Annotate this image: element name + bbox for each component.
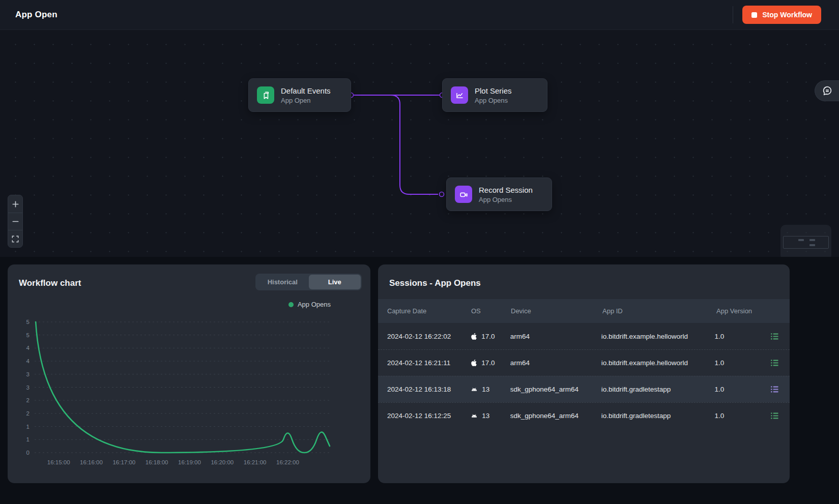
cell-os: 17.0 — [471, 333, 510, 340]
chart-title: Workflow chart — [19, 278, 81, 288]
node-subtitle: App Opens — [475, 97, 512, 104]
session-actions-button[interactable] — [769, 410, 780, 421]
stop-workflow-button[interactable]: Stop Workflow — [742, 6, 821, 24]
node-subtitle: App Opens — [479, 196, 533, 203]
column-header-capture-date: Capture Date — [387, 307, 471, 315]
node-text: Default Events App Open — [281, 86, 331, 104]
column-header-app-version: App Version — [716, 307, 771, 315]
line-chart: 5544332211016:15:0016:16:0016:17:0016:18… — [10, 315, 346, 478]
node-default-events[interactable]: Default Events App Open — [248, 78, 351, 112]
minimap-viewport — [783, 236, 829, 249]
app-root: App Open Stop Workflow De — [0, 0, 839, 504]
table-row[interactable]: 2024-02-12 16:12:2513sdk_gphone64_arm64i… — [378, 402, 790, 429]
zoom-in-button[interactable] — [8, 195, 22, 213]
column-header-device: Device — [511, 307, 602, 315]
svg-text:5: 5 — [26, 319, 30, 325]
svg-text:16:15:00: 16:15:00 — [47, 459, 70, 465]
tab-live[interactable]: Live — [309, 275, 361, 289]
canvas-controls — [8, 195, 23, 248]
apple-icon — [471, 360, 477, 366]
column-header-app-id: App ID — [602, 307, 716, 315]
apple-icon — [471, 333, 477, 340]
svg-text:1: 1 — [26, 436, 30, 442]
svg-text:2: 2 — [26, 397, 30, 403]
android-icon — [471, 412, 478, 420]
minimap[interactable] — [780, 225, 831, 260]
session-actions-button[interactable] — [769, 331, 780, 342]
table-row[interactable]: 2024-02-12 16:22:0217.0arm64io.bitdrift.… — [378, 323, 790, 349]
table-row[interactable]: 2024-02-12 16:13:1813sdk_gphone64_arm64i… — [378, 376, 790, 402]
svg-text:3: 3 — [26, 371, 30, 377]
svg-text:4: 4 — [26, 358, 30, 364]
node-plot-series[interactable]: Plot Series App Opens — [442, 78, 547, 112]
feedback-chat-button[interactable] — [815, 80, 839, 101]
svg-text:16:18:00: 16:18:00 — [146, 459, 168, 465]
cell-device: arm64 — [510, 333, 601, 340]
legend-dot — [288, 302, 294, 307]
session-list-icon — [770, 385, 779, 394]
node-subtitle: App Open — [281, 97, 331, 104]
session-list-icon — [770, 359, 779, 367]
workflow-edges — [0, 30, 839, 257]
fit-view-button[interactable] — [8, 230, 22, 247]
node-record-session[interactable]: Record Session App Opens — [446, 177, 552, 211]
cell-device: sdk_gphone64_arm64 — [510, 386, 601, 393]
chat-bubble-icon — [822, 85, 833, 97]
svg-text:5: 5 — [26, 332, 30, 338]
svg-text:16:19:00: 16:19:00 — [178, 459, 201, 465]
chart-line-icon — [451, 86, 468, 104]
cell-app-version: 1.0 — [715, 386, 769, 393]
minimap-node — [798, 239, 804, 241]
android-icon — [471, 386, 478, 393]
svg-text:16:17:00: 16:17:00 — [112, 459, 135, 465]
session-actions-button[interactable] — [769, 358, 780, 368]
cell-app-version: 1.0 — [715, 333, 769, 340]
cell-device: arm64 — [510, 359, 601, 367]
svg-text:1: 1 — [26, 424, 30, 430]
video-camera-icon — [455, 186, 472, 203]
table-row[interactable]: 2024-02-12 16:21:1117.0arm64io.bitdrift.… — [378, 349, 790, 376]
node-title: Record Session — [479, 186, 533, 194]
svg-text:16:21:00: 16:21:00 — [244, 459, 267, 465]
stop-workflow-label: Stop Workflow — [762, 11, 812, 19]
column-header-os: OS — [471, 307, 511, 315]
svg-text:4: 4 — [26, 345, 30, 351]
cell-capture-date: 2024-02-12 16:22:02 — [387, 333, 471, 340]
cell-os: 13 — [471, 386, 510, 393]
cell-capture-date: 2024-02-12 16:12:25 — [387, 412, 471, 420]
node-text: Record Session App Opens — [479, 186, 533, 203]
sessions-title: Sessions - App Opens — [389, 278, 481, 288]
cell-app-id: io.bitdrift.example.helloworld — [601, 359, 715, 367]
header: App Open Stop Workflow — [0, 0, 839, 30]
cell-device: sdk_gphone64_arm64 — [510, 412, 601, 420]
cell-app-version: 1.0 — [715, 412, 769, 420]
table-body: 2024-02-12 16:22:0217.0arm64io.bitdrift.… — [378, 323, 790, 483]
header-divider — [733, 6, 733, 23]
svg-text:16:22:00: 16:22:00 — [276, 459, 299, 465]
svg-text:0: 0 — [26, 450, 30, 456]
cell-app-id: io.bitdrift.example.helloworld — [601, 333, 715, 340]
cell-app-id: io.bitdrift.gradletestapp — [601, 386, 715, 393]
svg-text:3: 3 — [26, 384, 30, 391]
workflow-chart-panel: Workflow chart Historical Live App Opens… — [8, 264, 370, 483]
stop-icon — [751, 12, 757, 18]
svg-text:16:16:00: 16:16:00 — [80, 459, 103, 465]
cell-capture-date: 2024-02-12 16:13:18 — [387, 386, 471, 393]
chart-panel-header: Workflow chart Historical Live — [8, 264, 370, 298]
cell-os: 13 — [471, 412, 510, 420]
table-header: Capture DateOSDeviceApp IDApp Version — [378, 299, 790, 323]
node-text: Plot Series App Opens — [475, 86, 512, 104]
cell-app-id: io.bitdrift.gradletestapp — [601, 412, 715, 420]
header-actions: Stop Workflow — [733, 6, 821, 24]
svg-text:16:20:00: 16:20:00 — [211, 459, 234, 465]
zoom-out-button[interactable] — [8, 213, 22, 230]
page-title: App Open — [15, 10, 57, 20]
workflow-canvas[interactable]: Default Events App Open Plot Series App … — [0, 30, 839, 257]
session-actions-button[interactable] — [769, 384, 780, 395]
cell-os: 17.0 — [471, 359, 510, 367]
legend-label: App Opens — [298, 301, 331, 308]
tab-historical[interactable]: Historical — [256, 275, 309, 289]
session-list-icon — [770, 332, 779, 341]
chart-legend: App Opens — [288, 301, 331, 308]
minimap-node — [809, 239, 815, 241]
